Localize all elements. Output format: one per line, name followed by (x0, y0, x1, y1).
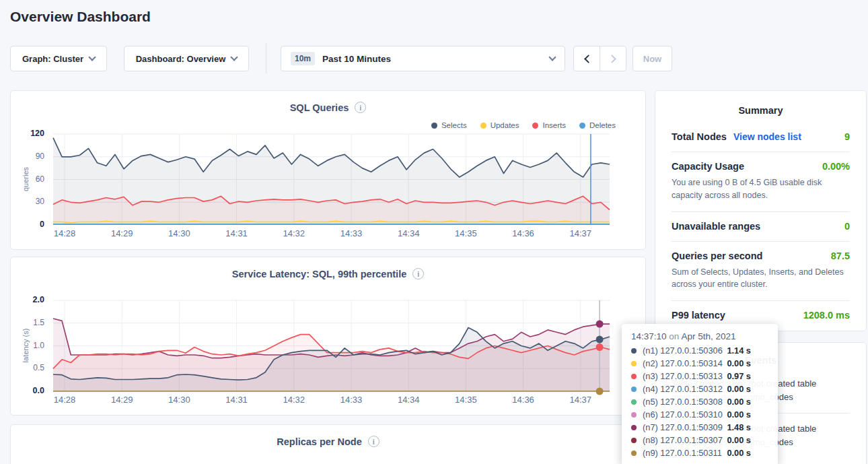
summary-desc: You are using 0 B of 4.5 GiB usable disk… (672, 176, 850, 202)
x-tick: 14:33 (331, 228, 371, 238)
time-range-picker[interactable]: 10m Past 10 Minutes (281, 46, 565, 71)
legend-item-inserts[interactable]: Inserts (532, 121, 566, 129)
y-tick: 60 (36, 174, 44, 184)
legend-dot-icon (579, 123, 585, 129)
dashboard-dropdown[interactable]: Dashboard: Overview (124, 46, 249, 71)
node-color-dot-icon (631, 374, 637, 379)
chart-title: Service Latency: SQL, 99th percentile i (11, 268, 645, 279)
x-tick: 14:37 (560, 395, 601, 405)
tooltip-node-label: (n8) 127.0.0.1:50307 (643, 435, 723, 445)
summary-value: 0 (844, 221, 850, 232)
x-tick: 14:30 (159, 228, 199, 238)
info-icon[interactable]: i (368, 436, 379, 447)
tooltip-row: (n4) 127.0.0.1:503120.00 s (631, 384, 768, 394)
next-time-button-disabled (600, 46, 626, 71)
x-axis: 14:2814:2914:3014:3114:3214:3314:3414:35… (53, 395, 610, 407)
time-range-label: Past 10 Minutes (322, 54, 391, 64)
tooltip-row: (n2) 127.0.0.1:503140.00 s (631, 358, 768, 368)
toolbar-divider (266, 43, 266, 73)
legend-item-deletes[interactable]: Deletes (579, 121, 616, 129)
tooltip-node-label: (n3) 127.0.0.1:50313 (643, 371, 723, 381)
tooltip-node-label: (n7) 127.0.0.1:50309 (643, 422, 723, 432)
x-axis: 14:2814:2914:3014:3114:3214:3314:3414:35… (53, 228, 610, 240)
tooltip-rows: (n1) 127.0.0.1:503061.14 s(n2) 127.0.0.1… (631, 345, 768, 458)
node-color-dot-icon (631, 399, 637, 405)
tooltip-date: Apr 5th, 2021 (681, 331, 735, 341)
x-tick: 14:37 (560, 228, 601, 238)
time-range-badge: 10m (291, 52, 315, 65)
x-tick: 14:32 (274, 228, 314, 238)
summary-value: 87.5 (831, 251, 850, 261)
hover-tooltip: 14:37:10 on Apr 5th, 2021 (n1) 127.0.0.1… (622, 324, 778, 464)
graph-dropdown-label: Graph: Cluster (22, 54, 83, 64)
summary-label: Queries per second (672, 251, 762, 261)
chart-plot[interactable] (53, 134, 610, 225)
node-color-dot-icon (631, 387, 637, 392)
x-tick: 14:31 (217, 228, 257, 238)
node-color-dot-icon (631, 451, 637, 456)
x-tick: 14:30 (159, 395, 199, 405)
chevron-left-icon (584, 55, 593, 63)
tooltip-node-label: (n1) 127.0.0.1:50306 (643, 345, 723, 356)
x-tick: 14:28 (44, 395, 85, 405)
legend-item-selects[interactable]: Selects (431, 121, 467, 129)
x-tick: 14:36 (503, 228, 544, 238)
summary-value: 1208.0 ms (803, 310, 850, 321)
y-tick: 30 (36, 197, 44, 206)
legend-dot-icon (532, 123, 538, 129)
tooltip-node-value: 0.00 s (727, 384, 768, 394)
tooltip-node-value: 0.00 s (727, 448, 768, 458)
legend-dot-icon (480, 123, 486, 129)
tooltip-row: (n3) 127.0.0.1:503130.97 s (631, 371, 768, 381)
summary-label: Unavailable ranges (672, 221, 760, 232)
tooltip-node-label: (n6) 127.0.0.1:50310 (643, 409, 723, 420)
chevron-down-icon (231, 53, 238, 61)
graph-dropdown[interactable]: Graph: Cluster (10, 46, 107, 71)
tooltip-node-label: (n2) 127.0.0.1:50314 (643, 358, 723, 368)
x-tick: 14:34 (388, 395, 429, 405)
view-nodes-link[interactable]: View nodes list (733, 131, 801, 142)
now-button-disabled: Now (632, 46, 672, 71)
x-tick: 14:34 (388, 228, 429, 238)
tooltip-header: 14:37:10 on Apr 5th, 2021 (631, 331, 768, 341)
tooltip-node-label: (n9) 127.0.0.1:50311 (643, 448, 722, 458)
info-icon[interactable]: i (355, 102, 366, 113)
summary-desc: Sum of Selects, Updates, Inserts, and De… (672, 266, 850, 292)
summary-card: Summary Total NodesView nodes list9Capac… (655, 90, 867, 331)
page-title: Overview Dashboard (10, 9, 151, 25)
prev-time-button[interactable] (574, 46, 600, 71)
tooltip-row: (n7) 127.0.0.1:503091.48 s (631, 422, 768, 432)
overview-dashboard-page: Overview Dashboard Graph: Cluster Dashbo… (0, 0, 868, 464)
y-tick: 1.0 (33, 341, 44, 350)
time-nav-group (573, 46, 626, 71)
tooltip-node-label: (n5) 127.0.0.1:50308 (643, 397, 723, 407)
x-tick: 14:32 (274, 395, 314, 405)
summary-label: Capacity Usage (672, 161, 744, 172)
y-tick: 0.5 (33, 363, 44, 372)
sql-queries-card: SQL Queries i SelectsUpdatesInsertsDelet… (10, 90, 646, 250)
legend-item-updates[interactable]: Updates (480, 121, 519, 129)
chart-title: Replicas per Node i (11, 436, 645, 447)
x-tick: 14:29 (102, 395, 142, 405)
chevron-right-icon (608, 55, 616, 63)
chart-legend: SelectsUpdatesInsertsDeletes (431, 121, 616, 129)
summary-label: Total Nodes (672, 131, 727, 142)
y-tick: 0.0 (33, 386, 44, 395)
node-color-dot-icon (631, 348, 637, 354)
summary-value: 9 (844, 131, 850, 142)
summary-rows: Total NodesView nodes list9Capacity Usag… (655, 123, 866, 330)
tooltip-node-label: (n4) 127.0.0.1:50312 (643, 384, 723, 394)
x-tick: 14:29 (102, 228, 142, 238)
info-icon[interactable]: i (412, 268, 424, 279)
tooltip-node-value: 0.00 s (727, 358, 768, 368)
tooltip-node-value: 0.00 s (727, 435, 768, 445)
chart-title-text: Replicas per Node (277, 436, 362, 447)
chart-plot[interactable] (53, 300, 610, 391)
chart-title: SQL Queries i (11, 102, 645, 113)
tooltip-time: 14:37:10 (631, 331, 667, 341)
replicas-per-node-card: Replicas per Node i (10, 424, 646, 464)
dashboard-dropdown-label: Dashboard: Overview (136, 54, 226, 64)
tooltip-row: (n6) 127.0.0.1:503100.00 s (631, 409, 768, 420)
summary-row: Capacity Usage0.00%You are using 0 B of … (672, 152, 850, 211)
y-tick: 1.5 (33, 318, 44, 327)
